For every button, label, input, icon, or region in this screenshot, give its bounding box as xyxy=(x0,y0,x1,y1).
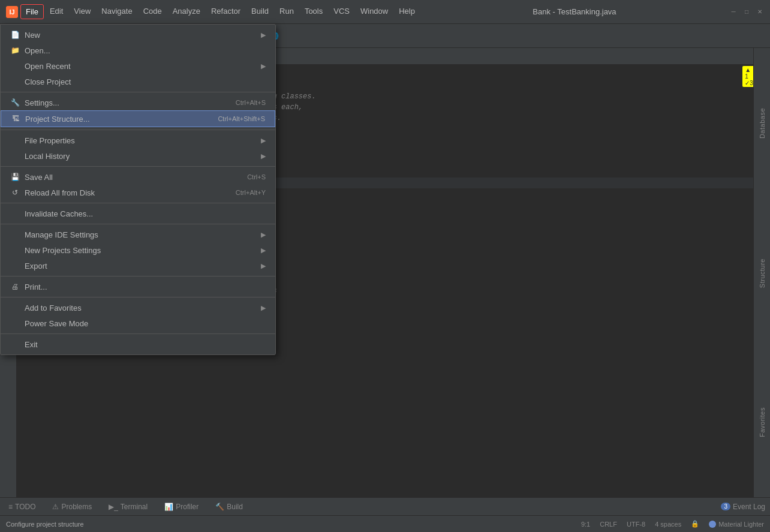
menu-file[interactable]: File xyxy=(20,4,44,19)
profiler-button[interactable]: 📊 Profiler xyxy=(161,501,202,512)
maximize-button[interactable]: □ xyxy=(742,8,751,16)
settings-icon: 🔧 xyxy=(10,98,20,107)
menu-refactor[interactable]: Refactor xyxy=(206,4,245,19)
history-icon xyxy=(10,151,20,161)
menu-file-properties[interactable]: File Properties ▶ xyxy=(1,133,275,148)
project-structure-icon: 🏗 xyxy=(11,114,20,124)
manage-arrow: ▶ xyxy=(261,231,266,239)
problems-button[interactable]: ⚠ Problems xyxy=(49,501,95,512)
separator-2 xyxy=(1,130,275,130)
terminal-button[interactable]: ▶_ Terminal xyxy=(105,501,151,512)
menu-edit[interactable]: Edit xyxy=(45,4,68,19)
separator-8 xyxy=(1,333,275,334)
terminal-label: Terminal xyxy=(121,503,148,511)
cursor-position[interactable]: 9:1 xyxy=(581,521,590,528)
menu-print[interactable]: 🖨 Print... xyxy=(1,279,275,294)
menu-invalidate[interactable]: Invalidate Caches... xyxy=(1,206,275,221)
menu-open-recent[interactable]: Open Recent ▶ xyxy=(1,58,275,74)
menu-navigate[interactable]: Navigate xyxy=(97,4,137,19)
reload-shortcut: Ctrl+Alt+Y xyxy=(236,189,266,196)
export-icon xyxy=(10,261,20,270)
menu-export[interactable]: Export ▶ xyxy=(1,258,275,273)
menu-local-history[interactable]: Local History ▶ xyxy=(1,148,275,164)
lock-icon: 🔒 xyxy=(691,520,699,528)
line-ending[interactable]: CRLF xyxy=(600,521,617,528)
menu-build[interactable]: Build xyxy=(246,4,273,19)
todo-label: TODO xyxy=(15,503,35,511)
event-log-label: Event Log xyxy=(733,503,765,511)
menu-tools[interactable]: Tools xyxy=(300,4,327,19)
menu-manage-ide[interactable]: Manage IDE Settings ▶ xyxy=(1,227,275,242)
separator-7 xyxy=(1,297,275,297)
separator-4 xyxy=(1,203,275,203)
menu-analyze[interactable]: Analyze xyxy=(168,4,205,19)
profiler-label: Profiler xyxy=(176,503,198,511)
project-structure-label: Project Structure... xyxy=(25,115,90,124)
close-button[interactable]: ✕ xyxy=(756,8,764,16)
menu-view[interactable]: View xyxy=(69,4,95,19)
status-message: Configure project structure xyxy=(6,521,575,528)
indent[interactable]: 4 spaces xyxy=(655,521,681,528)
menu-power-save[interactable]: Power Save Mode xyxy=(1,315,275,331)
separator-1 xyxy=(1,92,275,92)
power-save-label: Power Save Mode xyxy=(25,319,88,328)
save-icon: 💾 xyxy=(10,172,20,182)
new-projects-arrow: ▶ xyxy=(261,247,266,254)
menu-vcs[interactable]: VCS xyxy=(329,4,354,19)
todo-button[interactable]: ≡ TODO xyxy=(5,501,39,512)
favorites-arrow: ▶ xyxy=(261,304,266,312)
sidebar-favorites[interactable]: Favorites xyxy=(756,401,768,443)
print-icon: 🖨 xyxy=(10,282,20,291)
add-favorites-label: Add to Favorites xyxy=(25,303,82,312)
manage-ide-label: Manage IDE Settings xyxy=(25,230,98,239)
build-icon: 🔨 xyxy=(215,503,224,511)
menu-close-project[interactable]: Close Project xyxy=(1,74,275,89)
status-right: 9:1 CRLF UTF-8 4 spaces 🔒 Material Light… xyxy=(581,520,764,528)
minimize-button[interactable]: ─ xyxy=(729,8,738,16)
menu-run[interactable]: Run xyxy=(275,4,299,19)
menu-help[interactable]: Help xyxy=(394,4,420,19)
menu-new[interactable]: 📄 New ▶ xyxy=(1,27,275,43)
menu-new-projects[interactable]: New Projects Settings ▶ xyxy=(1,242,275,258)
menu-settings[interactable]: 🔧 Settings... Ctrl+Alt+S xyxy=(1,95,275,110)
new-projects-icon xyxy=(10,245,20,255)
exit-icon xyxy=(10,339,20,349)
settings-label: Settings... xyxy=(25,98,59,107)
todo-icon: ≡ xyxy=(8,503,13,511)
right-sidebar: Database Structure Favorites xyxy=(753,48,770,497)
title-bar: IJ File Edit View Navigate Code Analyze … xyxy=(0,0,770,24)
build-button[interactable]: 🔨 Build xyxy=(212,501,246,512)
theme-name: Material Lighter xyxy=(718,521,764,528)
terminal-icon: ▶_ xyxy=(109,503,118,511)
menu-exit[interactable]: Exit xyxy=(1,336,275,352)
exit-label: Exit xyxy=(25,340,38,349)
sidebar-structure[interactable]: Structure xyxy=(756,253,768,294)
export-arrow: ▶ xyxy=(261,262,266,270)
event-log-button[interactable]: 3 Event Log xyxy=(721,503,765,511)
problems-icon: ⚠ xyxy=(52,503,59,511)
separator-3 xyxy=(1,166,275,167)
recent-arrow: ▶ xyxy=(261,62,266,70)
close-project-icon xyxy=(10,77,20,86)
window-controls: ─ □ ✕ xyxy=(729,8,764,16)
sidebar-database[interactable]: Database xyxy=(756,102,768,145)
separator-6 xyxy=(1,276,275,276)
window-title: Bank - TestBanking.java xyxy=(420,7,729,16)
new-icon: 📄 xyxy=(10,30,20,40)
build-label: Build xyxy=(227,503,243,511)
theme-button[interactable]: Material Lighter xyxy=(709,521,764,528)
menu-add-favorites[interactable]: Add to Favorites ▶ xyxy=(1,300,275,315)
encoding[interactable]: UTF-8 xyxy=(627,521,645,528)
file-props-icon xyxy=(10,136,20,145)
print-label: Print... xyxy=(25,282,47,291)
menu-code[interactable]: Code xyxy=(139,4,167,19)
menu-reload[interactable]: ↺ Reload All from Disk Ctrl+Alt+Y xyxy=(1,185,275,200)
save-all-label: Save All xyxy=(25,173,53,182)
power-icon xyxy=(10,318,20,328)
menu-bar: File Edit View Navigate Code Analyze Ref… xyxy=(20,4,420,19)
menu-project-structure[interactable]: 🏗 Project Structure... Ctrl+Alt+Shift+S xyxy=(1,110,275,127)
menu-window[interactable]: Window xyxy=(356,4,393,19)
reload-icon: ↺ xyxy=(10,188,20,197)
menu-open[interactable]: 📁 Open... xyxy=(1,43,275,58)
menu-save-all[interactable]: 💾 Save All Ctrl+S xyxy=(1,169,275,185)
